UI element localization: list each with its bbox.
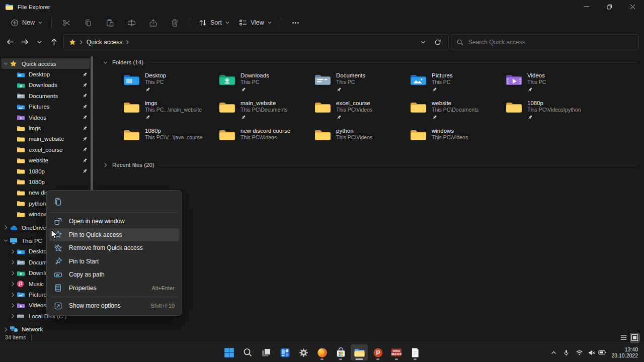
menu-item-shortcut: Alt+Enter	[151, 285, 175, 291]
sort-button[interactable]: Sort	[194, 16, 234, 30]
sidebar-item-desktop[interactable]: Desktop	[1, 69, 90, 79]
onedrive-icon	[10, 225, 18, 231]
taskbar-notepad-button[interactable]	[407, 344, 424, 360]
chevron-right-icon[interactable]	[9, 259, 17, 265]
folder-tile-videos[interactable]: VideosThis PC	[505, 72, 601, 100]
new-button[interactable]: New	[6, 16, 47, 30]
cut-button[interactable]	[56, 16, 77, 30]
store-icon	[336, 347, 346, 358]
folder-tile-1080p[interactable]: 1080pThis PC\Videos\python	[505, 100, 601, 127]
folder-name: imgs	[145, 100, 202, 107]
network-wifi-icon[interactable]	[573, 345, 586, 359]
menu-item-properties[interactable]: PropertiesAlt+Enter	[49, 282, 179, 295]
menu-item-remove-from-quick-access[interactable]: Remove from Quick access	[49, 241, 179, 255]
chevron-down-icon[interactable]	[2, 61, 10, 66]
chevron-down-icon[interactable]	[2, 238, 10, 243]
taskbar-search-button[interactable]	[239, 344, 256, 360]
search-box[interactable]	[451, 34, 639, 50]
folder-tile-pictures[interactable]: PicturesThis PC	[410, 72, 505, 100]
taskbar-firefox-button[interactable]	[313, 344, 331, 360]
sidebar-item-pictures[interactable]: Pictures	[1, 102, 90, 112]
sidebar-item-imgs[interactable]: imgs	[1, 123, 90, 133]
menu-item-show-more-options[interactable]: Show more optionsShift+F10	[49, 299, 179, 313]
taskbar-widgets-button[interactable]	[276, 344, 293, 360]
address-dropdown-button[interactable]	[418, 37, 429, 48]
folder-tile-imgs[interactable]: imgsThis PC...\main_website	[123, 100, 218, 127]
delete-button[interactable]	[164, 16, 186, 30]
chevron-right-icon[interactable]	[9, 313, 17, 319]
settings-icon	[298, 347, 309, 358]
sidebar-item-documents[interactable]: Documents	[1, 90, 90, 101]
folder-tile-python[interactable]: pythonThis PC\Videos	[314, 127, 410, 155]
taskbar-task-view-button[interactable]	[258, 344, 275, 360]
menu-item-copy-as-path[interactable]: Copy as path	[49, 268, 179, 282]
paste-button[interactable]	[99, 16, 121, 30]
folder-tile-downloads[interactable]: DownloadsThis PC	[218, 72, 314, 100]
volume-muted-icon[interactable]	[586, 345, 597, 359]
folder-tile-1080p[interactable]: 1080pThis PC\V...\java_course	[123, 127, 218, 155]
taskbar-powerpoint-button[interactable]: P	[369, 344, 386, 360]
sidebar-item-excel-course[interactable]: excel_course	[1, 144, 90, 155]
folder-tile-website[interactable]: websiteThis PC\Documents	[410, 100, 505, 127]
large-icons-view-button[interactable]	[630, 333, 639, 342]
sidebar-item-quick-access[interactable]: Quick access	[1, 58, 90, 69]
folder-name: Desktop	[145, 72, 166, 79]
sidebar-item-label: python	[29, 201, 46, 207]
folder-tile-documents[interactable]: DocumentsThis PC	[314, 72, 410, 100]
sidebar-item-downloads[interactable]: Downloads	[1, 80, 90, 90]
copy-button[interactable]	[77, 16, 99, 30]
menu-item-open-in-new-window[interactable]: Open in new window	[49, 215, 179, 228]
taskbar-voicemeeter-button[interactable]: VOICEMEETER	[388, 344, 405, 360]
folder-tile-new-discord-course[interactable]: new discord courseThis PC\Videos	[218, 127, 314, 155]
sidebar-item-videos[interactable]: Videos	[1, 112, 90, 123]
folder-location: This PC	[145, 79, 166, 85]
folders-section-header[interactable]: Folders (14)	[94, 57, 644, 67]
breadcrumb[interactable]: Quick access	[63, 34, 449, 50]
sidebar-item-label: 1080p	[29, 179, 45, 185]
taskbar-file-explorer-button[interactable]	[351, 344, 368, 360]
refresh-button[interactable]	[432, 37, 443, 48]
chevron-right-icon[interactable]	[9, 270, 17, 277]
back-button[interactable]	[3, 35, 18, 49]
view-button[interactable]: View	[234, 16, 277, 30]
folder-tile-windows[interactable]: windowsThis PC\Videos	[410, 127, 505, 155]
chevron-right-icon[interactable]	[9, 292, 17, 298]
share-button[interactable]	[142, 16, 164, 30]
folder-tile-main-website[interactable]: main_websiteThis PC\Documents	[218, 100, 314, 127]
breadcrumb-quick-access[interactable]: Quick access	[87, 39, 122, 46]
chevron-right-icon[interactable]	[9, 248, 17, 255]
recent-files-section-header[interactable]: Recent files (20)	[94, 160, 644, 170]
folder-location: This PC...\main_website	[145, 107, 202, 113]
copy-button[interactable]	[50, 194, 65, 209]
search-icon	[456, 39, 463, 46]
microphone-icon[interactable]	[560, 345, 573, 359]
close-button[interactable]	[621, 0, 644, 14]
sidebar-item-website[interactable]: website	[1, 155, 90, 166]
sidebar-item-1080p[interactable]: 1080p	[1, 176, 90, 187]
rename-button[interactable]	[121, 16, 142, 30]
menu-item-pin-to-start[interactable]: Pin to Start	[49, 255, 179, 268]
menu-item-pin-to-quick-access[interactable]: Pin to Quick access	[49, 228, 179, 242]
taskbar-settings-button[interactable]	[295, 344, 312, 360]
recent-locations-button[interactable]	[32, 35, 47, 49]
sidebar-item-main-website[interactable]: main_website	[1, 134, 90, 144]
menu-item-label: Remove from Quick access	[69, 244, 143, 251]
folder-tile-desktop[interactable]: DesktopThis PC	[123, 72, 218, 100]
search-input[interactable]	[467, 38, 633, 46]
restore-button[interactable]	[598, 0, 621, 14]
forward-button[interactable]	[18, 35, 32, 49]
chevron-right-icon[interactable]	[2, 224, 10, 231]
taskbar-start-button[interactable]	[220, 344, 237, 360]
minimize-button[interactable]	[575, 0, 598, 14]
taskbar-store-button[interactable]	[332, 344, 349, 360]
chevron-right-icon[interactable]	[9, 302, 17, 309]
chevron-right-icon[interactable]	[9, 281, 17, 287]
up-button[interactable]	[47, 35, 61, 49]
battery-icon[interactable]	[597, 345, 608, 359]
hidden-icons-chevron-icon[interactable]	[547, 345, 560, 359]
details-view-button[interactable]	[619, 333, 628, 342]
taskbar-clock[interactable]: 13:40 23.10.2022	[608, 346, 641, 359]
sidebar-item-1080p[interactable]: 1080p	[1, 166, 90, 176]
folder-tile-excel-course[interactable]: excel_courseThis PC\Videos	[314, 100, 410, 127]
see-more-button[interactable]	[285, 16, 306, 30]
